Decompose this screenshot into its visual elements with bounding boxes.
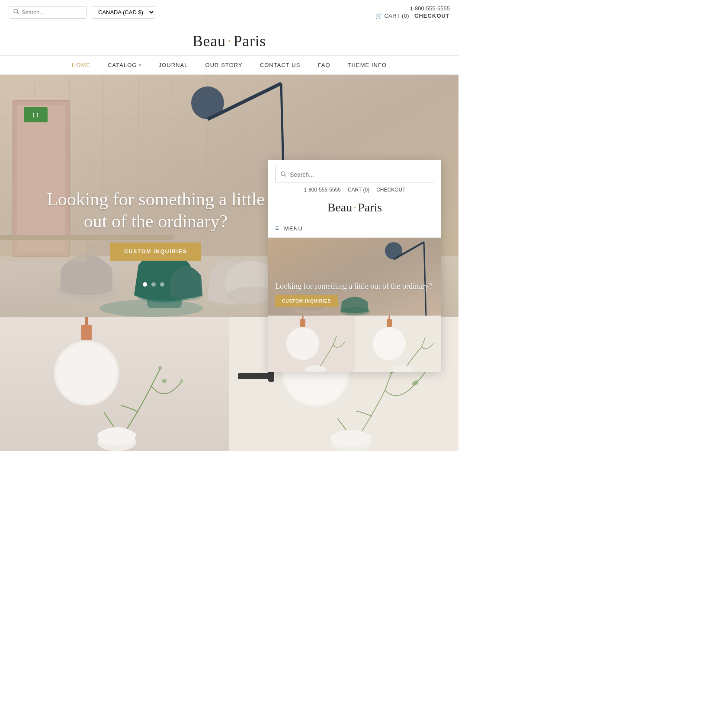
mobile-top-links: 1-800-555-5555 CART (0) CHECKOUT — [268, 182, 441, 197]
svg-point-78 — [373, 327, 406, 360]
product-image-left[interactable] — [0, 317, 229, 451]
hero-dot-2[interactable] — [151, 282, 156, 287]
svg-line-1 — [17, 13, 19, 14]
hero-title: Looking for something a little out of th… — [35, 188, 277, 232]
svg-point-33 — [99, 300, 203, 317]
mobile-product-image-left[interactable] — [268, 316, 355, 372]
mobile-checkout-link[interactable]: CHECKOUT — [376, 187, 405, 193]
nav-item-contact[interactable]: CONTACT US — [260, 62, 301, 68]
main-nav: HOME CATALOG ▾ JOURNAL OUR STORY CONTACT… — [0, 55, 458, 75]
hero-dots — [143, 282, 164, 287]
nav-item-faq[interactable]: FAQ — [317, 62, 330, 68]
mobile-product-image-right[interactable] — [355, 316, 441, 372]
phone-number: 1-800-555-5555 — [410, 5, 450, 12]
custom-inquiries-button[interactable]: CUSTOM INQUIRIES — [110, 243, 201, 261]
svg-point-40 — [162, 379, 167, 383]
logo-area[interactable]: Beau·Paris — [0, 24, 458, 55]
nav-label-catalog: CATALOG — [108, 62, 137, 68]
desktop-search-box[interactable] — [9, 6, 87, 19]
mobile-search-icon — [281, 171, 286, 179]
cart-checkout-links: 🛒 CART (0) CHECKOUT — [375, 13, 450, 19]
svg-point-0 — [14, 9, 18, 13]
svg-text:↑↑: ↑↑ — [32, 110, 39, 119]
mobile-logo-right: Paris — [358, 201, 382, 214]
logo-right: Paris — [233, 32, 266, 50]
nav-label-home: HOME — [72, 62, 90, 68]
nav-label-our-story: OUR STORY — [205, 62, 243, 68]
mobile-phone: 1-800-555-5555 — [304, 187, 341, 193]
currency-select[interactable]: CANADA (CAD $) — [92, 6, 155, 19]
mobile-hero: Looking for something a little out of th… — [268, 238, 441, 316]
catalog-chevron-icon: ▾ — [139, 63, 141, 67]
svg-point-38 — [56, 343, 117, 403]
svg-rect-72 — [300, 319, 305, 327]
mobile-logo-left: Beau — [327, 201, 353, 214]
svg-rect-44 — [238, 373, 272, 379]
logo-left: Beau — [192, 32, 226, 50]
svg-point-73 — [286, 327, 319, 360]
hero-content: Looking for something a little out of th… — [35, 188, 277, 261]
checkout-link[interactable]: CHECKOUT — [414, 13, 450, 19]
cart-icon: 🛒 — [375, 13, 382, 19]
svg-point-54 — [281, 172, 285, 176]
cart-link[interactable]: 🛒 CART (0) — [375, 13, 409, 19]
nav-label-journal: JOURNAL — [159, 62, 188, 68]
svg-point-32 — [227, 287, 275, 304]
top-bar: CANADA (CAD $) 1-800-555-5555 🛒 CART (0)… — [0, 0, 458, 24]
mobile-custom-inquiries-button[interactable]: CUSTOM INQUIRIES — [275, 295, 338, 307]
top-bar-right: 1-800-555-5555 🛒 CART (0) CHECKOUT — [375, 5, 450, 19]
mobile-cart-link[interactable]: CART (0) — [348, 187, 369, 193]
logo[interactable]: Beau·Paris — [192, 32, 266, 50]
svg-rect-36 — [81, 325, 92, 340]
nav-item-theme-info[interactable]: THEME INFO — [348, 62, 387, 68]
hero-dot-3[interactable] — [160, 282, 164, 287]
search-input[interactable] — [22, 9, 78, 16]
mobile-hero-title: Looking for something a little out of th… — [275, 282, 434, 291]
logo-separator: · — [228, 32, 232, 50]
top-bar-left: CANADA (CAD $) — [9, 6, 155, 19]
svg-rect-77 — [387, 319, 392, 327]
nav-label-contact: CONTACT US — [260, 62, 301, 68]
mobile-product-images — [268, 316, 441, 372]
mobile-panel: 1-800-555-5555 CART (0) CHECKOUT Beau·Pa… — [268, 160, 441, 372]
nav-item-catalog[interactable]: CATALOG ▾ — [108, 62, 141, 68]
nav-label-faq: FAQ — [317, 62, 330, 68]
search-icon — [13, 9, 19, 16]
nav-item-home[interactable]: HOME — [72, 62, 90, 68]
svg-point-41 — [158, 366, 162, 370]
cart-label: CART (0) — [384, 13, 409, 19]
svg-point-42 — [180, 379, 183, 383]
nav-item-our-story[interactable]: OUR STORY — [205, 62, 243, 68]
hamburger-icon: ≡ — [275, 224, 280, 232]
nav-item-journal[interactable]: JOURNAL — [159, 62, 188, 68]
nav-label-theme-info: THEME INFO — [348, 62, 387, 68]
mobile-search-box[interactable] — [275, 167, 434, 182]
mobile-logo[interactable]: Beau·Paris — [268, 197, 441, 219]
mobile-menu-label: MENU — [284, 225, 303, 232]
svg-line-55 — [285, 175, 286, 177]
mobile-hero-content: Looking for something a little out of th… — [275, 282, 434, 307]
hero-dot-1[interactable] — [143, 282, 147, 287]
mobile-search-input[interactable] — [290, 171, 429, 178]
mobile-menu-bar[interactable]: ≡ MENU — [268, 219, 441, 238]
mobile-logo-sep: · — [353, 201, 356, 214]
